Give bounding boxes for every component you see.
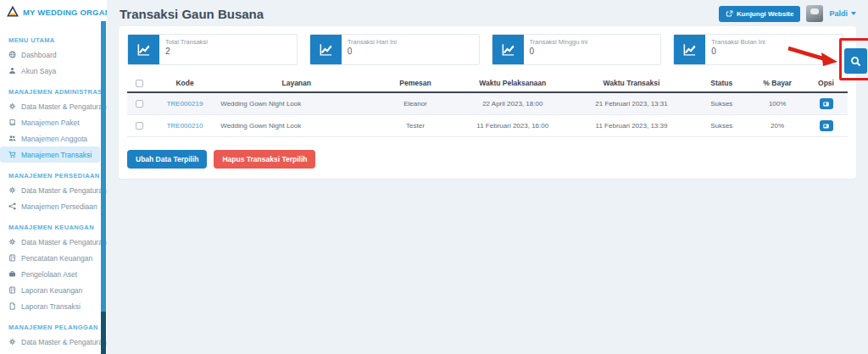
sidebar-item-label: Data Master & Pengaturan: [21, 186, 107, 195]
user-menu[interactable]: Paldi: [829, 9, 856, 18]
visit-website-button[interactable]: Kunjungi Website: [719, 6, 800, 22]
brand[interactable]: MY WEDDING ORGAN: [0, 0, 107, 24]
sidebar-item-akun-saya[interactable]: Akun Saya: [0, 63, 100, 79]
sidebar-item-label: Manajemen Persediaan: [21, 202, 97, 211]
sidebar-item-manajemen-anggota[interactable]: Manajemen Anggota: [0, 130, 100, 147]
sidebar-scrollbar-thumb[interactable]: [101, 21, 106, 312]
stat-value: 0: [530, 47, 588, 56]
kode-link[interactable]: TRE000210: [167, 122, 203, 130]
chart-line-icon: [310, 35, 342, 64]
cell-bayar: 100%: [750, 92, 804, 115]
transactions-table: Kode Layanan Pemesan Waktu Pelaksanaan W…: [127, 75, 848, 137]
cell-waktu-transaksi: 21 Februari 2023, 13:31: [570, 92, 693, 115]
row-options-button[interactable]: [820, 120, 833, 131]
nav-heading-keuangan: MANAJEMEN KEUANGAN: [8, 224, 107, 231]
sidebar-item-label: Manajemen Paket: [21, 119, 80, 127]
stat-card-total-transaksi: Total Transaksi 2: [127, 34, 298, 65]
cell-waktu-pelaksanaan: 22 April 2023, 18:00: [455, 92, 570, 115]
sidebar-item-manajemen-transaksi[interactable]: Manajemen Transaksi: [0, 147, 100, 163]
stat-cards: Total Transaksi 2 Transaksi Hari Ini 0 T…: [127, 34, 848, 65]
sidebar-scrollbar-track[interactable]: [101, 312, 106, 354]
avatar[interactable]: [806, 5, 823, 22]
sidebar-item-label: Manajemen Transaksi: [21, 151, 92, 159]
stat-label: Transaksi Minggu Ini: [530, 38, 588, 46]
main-content: Transaksi Gaun Busana Kunjungi Website P…: [107, 0, 868, 354]
edit-selected-button[interactable]: Ubah Data Terpilih: [127, 150, 207, 169]
stat-label: Transaksi Bulan Ini: [711, 38, 765, 46]
nav-heading-administrasi: MANAJEMEN ADMINISTRASI: [8, 88, 107, 96]
sidebar-item-label: Data Master & Pengaturan: [21, 238, 107, 246]
chart-line-icon: [492, 35, 524, 64]
row-checkbox[interactable]: [136, 100, 143, 108]
users-icon: [8, 135, 16, 142]
sidebar-item-label: Dashboard: [21, 51, 57, 59]
column-header-status[interactable]: Status: [693, 75, 750, 92]
search-icon: [850, 56, 861, 67]
column-header-layanan[interactable]: Layanan: [217, 75, 376, 92]
sidebar-item-pengelolaan-aset[interactable]: Pengelolaan Aset: [0, 266, 100, 282]
external-link-icon: [726, 10, 733, 18]
gears-icon: [8, 186, 16, 194]
search-button[interactable]: [844, 48, 867, 74]
stat-card-body: Total Transaksi 2: [159, 35, 208, 64]
select-all-checkbox[interactable]: [136, 80, 143, 87]
sidebar-item-data-master-persediaan[interactable]: Data Master & Pengaturan: [0, 182, 100, 198]
column-header-bayar[interactable]: % Bayar: [750, 75, 804, 92]
sidebar-item-laporan-keuangan[interactable]: Laporan Keuangan: [0, 282, 100, 298]
sidebar-item-data-master-keuangan[interactable]: Data Master & Pengaturan: [0, 234, 100, 250]
chart-line-icon: [128, 35, 159, 64]
stat-card-body: Transaksi Hari Ini 0: [342, 35, 397, 64]
cell-kode: TRE000210: [153, 115, 218, 137]
cell-kode: TRE000219: [153, 92, 218, 115]
stat-label: Transaksi Hari Ini: [348, 38, 397, 46]
stat-card-transaksi-bulan-ini: Transaksi Bulan Ini 0: [673, 34, 843, 65]
row-checkbox-cell: [127, 92, 153, 115]
column-header-waktu-pelaksanaan[interactable]: Waktu Pelaksanaan: [455, 75, 570, 92]
sidebar-item-data-master-pelanggan[interactable]: Data Master & Pengaturan: [0, 334, 100, 350]
brand-logo-icon: [7, 6, 19, 18]
row-checkbox[interactable]: [136, 122, 143, 130]
stat-value: 2: [165, 47, 208, 56]
sidebar-item-dashboard[interactable]: Dashboard: [0, 47, 100, 63]
brand-name: MY WEDDING ORGAN: [23, 8, 107, 17]
sidebar-item-label: Akun Saya: [21, 67, 56, 75]
row-options-button[interactable]: [820, 98, 833, 109]
book-icon: [8, 119, 16, 126]
cell-status: Sukses: [693, 115, 750, 137]
nav-heading-menu-utama: MENU UTAMA: [8, 36, 107, 44]
cell-bayar: 20%: [750, 115, 804, 137]
delete-selected-button[interactable]: Hapus Transaksi Terpilih: [214, 150, 315, 169]
column-header-opsi[interactable]: Opsi: [804, 75, 848, 92]
stat-label: Total Transaksi: [165, 38, 208, 46]
cell-waktu-pelaksanaan: 11 Februari 2023, 16:00: [455, 115, 570, 137]
stat-card-body: Transaksi Minggu Ini 0: [524, 35, 588, 64]
cell-opsi: [804, 115, 848, 137]
sidebar-item-label: Data Master & Pengaturan: [21, 102, 107, 111]
sidebar-item-manajemen-paket[interactable]: Manajemen Paket: [0, 114, 100, 130]
sidebar-item-laporan-transaksi[interactable]: Laporan Transaksi: [0, 298, 100, 314]
sidebar-item-manajemen-persediaan[interactable]: Manajemen Persediaan: [0, 198, 100, 214]
stat-value: 0: [711, 47, 765, 56]
share-icon: [8, 202, 16, 210]
cell-pemesan: Eleanor: [376, 92, 455, 115]
stat-card-body: Transaksi Bulan Ini 0: [705, 35, 765, 64]
sidebar-item-label: Manajemen Anggota: [21, 135, 87, 143]
gears-icon: [8, 238, 16, 246]
nav-heading-pelanggan: MANAJEMEN PELANGGAN: [8, 324, 107, 331]
file-icon: [8, 302, 16, 310]
column-header-pemesan[interactable]: Pemesan: [376, 75, 455, 92]
sidebar-item-data-master-administrasi[interactable]: Data Master & Pengaturan: [0, 98, 100, 114]
kode-link[interactable]: TRE000219: [167, 100, 203, 108]
column-header-waktu-transaksi[interactable]: Waktu Transaksi: [570, 75, 693, 92]
column-header-kode[interactable]: Kode: [153, 75, 218, 92]
header-checkbox-cell: [127, 75, 153, 92]
cell-pemesan: Tester: [376, 115, 455, 137]
bulk-actions: Ubah Data Terpilih Hapus Transaksi Terpi…: [127, 150, 848, 169]
chevron-down-icon: [851, 12, 856, 15]
photo-icon: [822, 123, 830, 130]
cell-status: Sukses: [693, 92, 750, 115]
sidebar-item-label: Data Master & Pengaturan: [21, 338, 107, 346]
nav-heading-persediaan: MANAJEMEN PERSEDIAAN: [8, 172, 107, 180]
ledger-icon: [8, 286, 16, 294]
sidebar-item-pencatatan-keuangan[interactable]: Pencatatan Keuangan: [0, 250, 100, 266]
